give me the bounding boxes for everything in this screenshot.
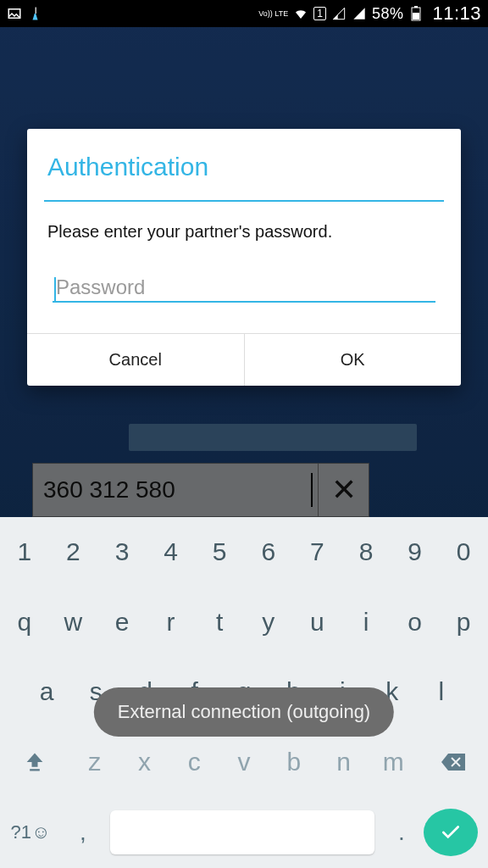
key-w[interactable]: w bbox=[49, 608, 98, 637]
keyboard-row-numbers: 1 2 3 4 5 6 7 8 9 0 bbox=[0, 517, 488, 587]
battery-percent: 58% bbox=[372, 5, 404, 23]
key-e[interactable]: e bbox=[97, 608, 147, 637]
key-3[interactable]: 3 bbox=[97, 537, 147, 566]
svg-rect-5 bbox=[30, 769, 40, 771]
key-y[interactable]: y bbox=[244, 608, 293, 637]
key-z[interactable]: z bbox=[69, 748, 119, 776]
comma-key[interactable]: , bbox=[61, 819, 105, 846]
key-l[interactable]: l bbox=[417, 677, 466, 706]
cleaner-icon bbox=[29, 6, 44, 21]
status-bar: Vo)) LTE 1 58% 11:13 bbox=[0, 0, 488, 27]
key-r[interactable]: r bbox=[147, 608, 196, 637]
key-o[interactable]: o bbox=[391, 608, 440, 637]
keyboard-row-zxcv: z x c v b n m bbox=[0, 727, 488, 798]
key-u[interactable]: u bbox=[293, 608, 342, 637]
key-6[interactable]: 6 bbox=[244, 537, 293, 566]
symbols-key[interactable]: ?1☺ bbox=[0, 821, 61, 843]
backspace-key[interactable] bbox=[419, 752, 488, 772]
authentication-dialog: Authentication Please enter your partner… bbox=[27, 129, 461, 386]
svg-rect-3 bbox=[414, 6, 418, 8]
clock: 11:13 bbox=[432, 3, 481, 25]
sim-icon: 1 bbox=[313, 7, 326, 20]
key-4[interactable]: 4 bbox=[147, 537, 196, 566]
password-placeholder: Password bbox=[56, 275, 145, 299]
key-v[interactable]: v bbox=[219, 748, 269, 776]
key-c[interactable]: c bbox=[169, 748, 219, 776]
key-p[interactable]: p bbox=[439, 608, 488, 637]
key-n[interactable]: n bbox=[319, 748, 369, 776]
key-2[interactable]: 2 bbox=[49, 537, 98, 566]
svg-rect-1 bbox=[36, 8, 37, 14]
period-key[interactable]: . bbox=[380, 819, 424, 846]
key-x[interactable]: x bbox=[119, 748, 169, 776]
keyboard-row-bottom: ?1☺ , . bbox=[0, 797, 488, 868]
battery-icon bbox=[408, 6, 424, 21]
key-9[interactable]: 9 bbox=[391, 537, 440, 566]
key-q[interactable]: q bbox=[0, 608, 49, 637]
key-5[interactable]: 5 bbox=[195, 537, 244, 566]
toast-message: External connection (outgoing) bbox=[94, 687, 394, 737]
space-key[interactable] bbox=[110, 810, 374, 854]
password-input[interactable]: Password bbox=[53, 274, 435, 303]
key-b[interactable]: b bbox=[269, 748, 319, 776]
key-7[interactable]: 7 bbox=[293, 537, 342, 566]
keyboard: 1 2 3 4 5 6 7 8 9 0 q w e r t y u i o p … bbox=[0, 517, 488, 868]
dialog-title: Authentication bbox=[27, 129, 461, 200]
dialog-message: Please enter your partner's password. bbox=[47, 222, 441, 242]
signal-2-icon bbox=[352, 6, 367, 21]
key-a[interactable]: a bbox=[22, 677, 71, 706]
key-1[interactable]: 1 bbox=[0, 537, 49, 566]
signal-1-icon bbox=[331, 6, 347, 21]
key-8[interactable]: 8 bbox=[341, 537, 391, 566]
svg-rect-4 bbox=[413, 13, 419, 19]
cancel-button[interactable]: Cancel bbox=[27, 334, 244, 386]
keyboard-row-qwerty: q w e r t y u i o p bbox=[0, 587, 488, 658]
key-m[interactable]: m bbox=[369, 748, 419, 776]
picture-icon bbox=[7, 6, 22, 21]
key-t[interactable]: t bbox=[195, 608, 244, 637]
shift-key[interactable] bbox=[0, 750, 69, 774]
volte-icon: Vo)) LTE bbox=[258, 10, 288, 18]
key-i[interactable]: i bbox=[341, 608, 391, 637]
enter-key[interactable] bbox=[424, 809, 478, 856]
key-0[interactable]: 0 bbox=[439, 537, 488, 566]
wifi-icon bbox=[293, 6, 308, 21]
dialog-divider bbox=[44, 200, 444, 202]
ok-button[interactable]: OK bbox=[244, 334, 462, 386]
